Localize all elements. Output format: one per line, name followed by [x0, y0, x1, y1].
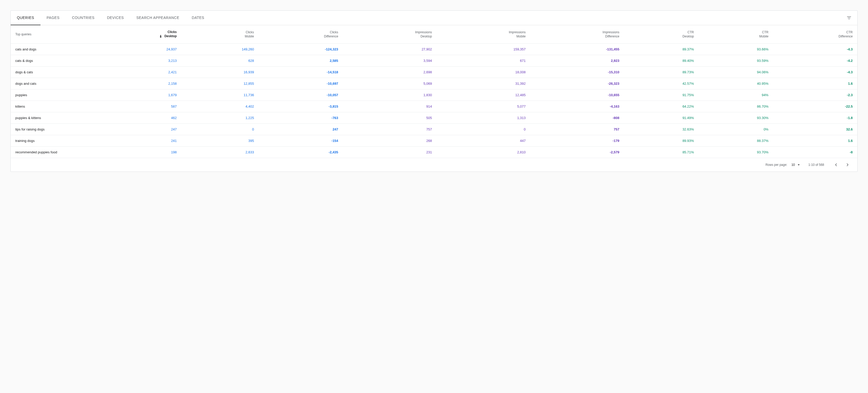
table-body: cats and dogs24,937149,260-124,32327,902…: [11, 44, 857, 158]
metric-cell: -4,163: [530, 101, 624, 112]
metric-cell: 914: [343, 101, 437, 112]
tab-queries[interactable]: QUERIES: [11, 11, 40, 25]
metric-cell: 89.93%: [624, 135, 699, 146]
metric-cell: 1,830: [343, 89, 437, 101]
query-cell: recommended puppies food: [11, 146, 83, 158]
metric-cell: 93.70%: [699, 146, 773, 158]
tab-pages[interactable]: PAGES: [40, 11, 66, 25]
filter-button[interactable]: [844, 13, 854, 23]
metric-cell: 757: [530, 123, 624, 135]
tab-devices[interactable]: DEVICES: [101, 11, 130, 25]
prev-page-button[interactable]: [831, 160, 841, 169]
metric-cell: 32.63%: [624, 123, 699, 135]
table-row[interactable]: tips for raising dogs2470247757075732.63…: [11, 123, 857, 135]
metric-cell: 247: [83, 123, 181, 135]
query-cell: dogs & cats: [11, 66, 83, 78]
metric-cell: -154: [258, 135, 343, 146]
tabs-row: QUERIESPAGESCOUNTRIESDEVICESSEARCH APPEA…: [11, 11, 857, 25]
column-header[interactable]: ImpressionsDesktop: [343, 25, 437, 44]
metric-cell: 2,698: [343, 66, 437, 78]
metric-cell: -124,323: [258, 44, 343, 55]
table-row[interactable]: cats and dogs24,937149,260-124,32327,902…: [11, 44, 857, 55]
metric-cell: 91.49%: [624, 112, 699, 123]
metric-cell: 0%: [699, 123, 773, 135]
metric-cell: 86.70%: [699, 101, 773, 112]
performance-table-card: QUERIESPAGESCOUNTRIESDEVICESSEARCH APPEA…: [10, 10, 858, 172]
table-row[interactable]: puppies & kittens4621,225-7635051,313-80…: [11, 112, 857, 123]
metric-cell: 91.75%: [624, 89, 699, 101]
metric-cell: -22.5: [773, 101, 857, 112]
queries-table: Top queriesClicksDesktopClicksMobileClic…: [11, 25, 857, 158]
column-header[interactable]: ImpressionsDifference: [530, 25, 624, 44]
query-cell: puppies: [11, 89, 83, 101]
tab-search-appearance[interactable]: SEARCH APPEARANCE: [130, 11, 186, 25]
metric-cell: 2,158: [83, 78, 181, 89]
metric-cell: 64.22%: [624, 101, 699, 112]
next-page-button[interactable]: [843, 160, 852, 169]
rows-per-page-select[interactable]: 10: [792, 163, 801, 167]
table-row[interactable]: cats & dogs3,2136282,5853,5946712,92389.…: [11, 55, 857, 66]
table-row[interactable]: dogs & cats2,42116,939-14,5182,69818,008…: [11, 66, 857, 78]
column-header[interactable]: ImpressionsMobile: [437, 25, 530, 44]
tab-dates[interactable]: DATES: [186, 11, 211, 25]
metric-cell: 31,392: [437, 78, 530, 89]
table-row[interactable]: puppies1,67911,736-10,0571,83012,485-10,…: [11, 89, 857, 101]
metric-cell: 231: [343, 146, 437, 158]
metric-cell: 5,077: [437, 101, 530, 112]
metric-cell: 94.06%: [699, 66, 773, 78]
metric-cell: 198: [83, 146, 181, 158]
metric-cell: 85.71%: [624, 146, 699, 158]
metric-cell: 149,260: [181, 44, 259, 55]
metric-cell: 42.57%: [624, 78, 699, 89]
query-cell: puppies & kittens: [11, 112, 83, 123]
column-header[interactable]: ClicksMobile: [181, 25, 259, 44]
column-header[interactable]: CTRDesktop: [624, 25, 699, 44]
metric-cell: 462: [83, 112, 181, 123]
metric-cell: 2,633: [181, 146, 259, 158]
metric-cell: -2,435: [258, 146, 343, 158]
table-scroll[interactable]: Top queriesClicksDesktopClicksMobileClic…: [11, 25, 857, 158]
metric-cell: 93.66%: [699, 44, 773, 55]
table-row[interactable]: dogs and cats2,15812,855-10,6975,06931,3…: [11, 78, 857, 89]
dropdown-icon: [796, 163, 801, 167]
metric-cell: -808: [530, 112, 624, 123]
column-header[interactable]: Top queries: [11, 25, 83, 44]
metric-cell: 89.40%: [624, 55, 699, 66]
chevron-left-icon: [833, 162, 839, 168]
metric-cell: 1.6: [773, 78, 857, 89]
column-header[interactable]: CTRMobile: [699, 25, 773, 44]
metric-cell: 1,225: [181, 112, 259, 123]
table-row[interactable]: kittens5874,402-3,8159145,077-4,16364.22…: [11, 101, 857, 112]
column-header[interactable]: ClicksDesktop: [83, 25, 181, 44]
sort-descending-icon: [159, 34, 163, 38]
metric-cell: -4.3: [773, 44, 857, 55]
table-row[interactable]: training dogs241395-154268447-17989.93%8…: [11, 135, 857, 146]
metric-cell: -2,579: [530, 146, 624, 158]
metric-cell: 1.6: [773, 135, 857, 146]
metric-cell: 4,402: [181, 101, 259, 112]
metric-cell: 0: [181, 123, 259, 135]
metric-cell: 88.37%: [699, 135, 773, 146]
metric-cell: 241: [83, 135, 181, 146]
metric-cell: 505: [343, 112, 437, 123]
metric-cell: -3,815: [258, 101, 343, 112]
metric-cell: 757: [343, 123, 437, 135]
query-cell: training dogs: [11, 135, 83, 146]
column-header[interactable]: ClicksDifference: [258, 25, 343, 44]
tab-countries[interactable]: COUNTRIES: [66, 11, 101, 25]
metric-cell: 12,485: [437, 89, 530, 101]
metric-cell: 18,008: [437, 66, 530, 78]
chevron-right-icon: [845, 162, 850, 168]
metric-cell: 628: [181, 55, 259, 66]
metric-cell: 3,213: [83, 55, 181, 66]
table-row[interactable]: recommended puppies food1982,633-2,43523…: [11, 146, 857, 158]
metric-cell: 32.6: [773, 123, 857, 135]
metric-cell: 16,939: [181, 66, 259, 78]
column-header[interactable]: CTRDifference: [773, 25, 857, 44]
metric-cell: -10,655: [530, 89, 624, 101]
metric-cell: 2,810: [437, 146, 530, 158]
metric-cell: 12,855: [181, 78, 259, 89]
query-cell: cats and dogs: [11, 44, 83, 55]
metric-cell: 93.30%: [699, 112, 773, 123]
metric-cell: 587: [83, 101, 181, 112]
